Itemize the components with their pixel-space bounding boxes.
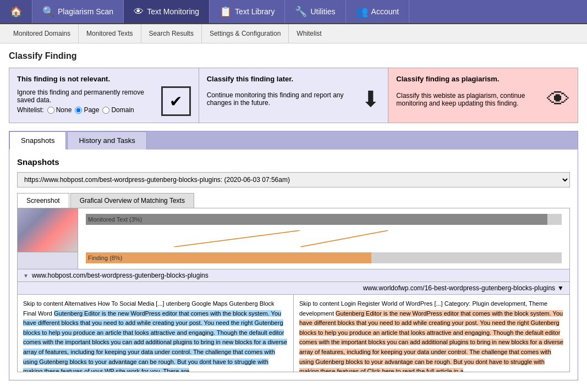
nav-text-library[interactable]: 📋 Text Library — [210, 0, 285, 23]
screenshot-thumb-image — [18, 208, 78, 252]
domain1-url[interactable]: www.hobpost.com/best-wordpress-gutenberg… — [32, 272, 209, 279]
tabs-header: Snapshots History and Tasks — [9, 131, 578, 150]
card3-text: Classify this webiste as plagiarism, con… — [396, 92, 542, 107]
checkmark-icon: ✔ — [161, 86, 191, 116]
nav-account-label: Account — [371, 7, 399, 16]
snapshots-title: Snapshots — [17, 157, 570, 167]
library-icon: 📋 — [220, 5, 232, 18]
bar-monitored-outer: Monitored Text (3%) — [86, 214, 562, 225]
tools-icon: 🔧 — [295, 5, 307, 18]
text-compare: Skip to content Alternatives How To Soci… — [17, 295, 570, 372]
whitelist-page-radio[interactable] — [75, 107, 82, 114]
domain2-dropdown-icon[interactable]: ▼ — [557, 284, 564, 292]
whitelist-domain-label[interactable]: Domain — [102, 106, 134, 114]
domain-row-1: ▼ www.hobpost.com/best-wordpress-gutenbe… — [17, 269, 570, 282]
nav-text-monitoring[interactable]: 👁 Text Monitoring — [124, 0, 210, 23]
card2-body: Continue monitoring this finding and rep… — [207, 86, 381, 112]
arrow-down-icon: ⬇ — [361, 86, 380, 112]
nav-account[interactable]: 👥 Account — [346, 0, 410, 23]
bar-monitored-inner: Monitored Text (3%) — [86, 214, 547, 225]
nav-text-library-label: Text Library — [235, 7, 275, 16]
second-nav: Monitored Domains Monitored Texts Search… — [0, 24, 587, 43]
nav-monitored-domains[interactable]: Monitored Domains — [6, 24, 79, 43]
card1-body: Ignore this finding and permanently remo… — [17, 86, 191, 116]
card3-body: Classify this webiste as plagiarism, con… — [396, 86, 570, 113]
classify-card-not-relevant[interactable]: This finding is not relevant. Ignore thi… — [9, 68, 199, 123]
card1-title: This finding is not relevant. — [17, 75, 191, 83]
whitelist-label: Whitelist: — [17, 106, 44, 114]
connector-svg — [86, 230, 562, 247]
whitelist-domain-radio[interactable] — [102, 107, 109, 114]
tab-history-tasks[interactable]: History and Tasks — [67, 131, 146, 150]
inner-tab-screenshot[interactable]: Screenshot — [17, 193, 69, 208]
tabs-container: Snapshots History and Tasks Snapshots ht… — [9, 131, 578, 380]
domain2-url[interactable]: www.worldofwp.com/16-best-wordpress-gute… — [363, 284, 555, 292]
tab-snapshots[interactable]: Snapshots — [9, 131, 66, 150]
whitelist-row: Whitelist: None Page Domain — [17, 106, 157, 114]
whitelist-none-label[interactable]: None — [47, 106, 72, 114]
card2-text: Continue monitoring this finding and rep… — [207, 91, 358, 107]
search-icon: 🔍 — [42, 5, 54, 18]
nav-home[interactable]: 🏠 — [0, 0, 32, 23]
classify-card-plagiarism[interactable]: Classify finding as plagiarism. Classify… — [388, 68, 578, 123]
account-icon: 👥 — [356, 5, 368, 18]
card2-title: Classify this finding later. — [207, 75, 381, 83]
home-icon: 🏠 — [10, 5, 22, 18]
classify-cards: This finding is not relevant. Ignore thi… — [9, 68, 578, 123]
text-col-right: Skip to content Login Register World of … — [294, 295, 569, 372]
bar-finding-outer: Finding (8%) — [86, 252, 562, 263]
screenshot-area: Monitored Text (3%) Finding (8%) — [17, 208, 570, 269]
highlight-right: Gutenberg Editor is the new WordPress ed… — [299, 310, 563, 372]
nav-whitelist[interactable]: Whitelist — [289, 24, 329, 43]
svg-line-0 — [174, 230, 300, 247]
bar-finding: Finding (8%) — [86, 252, 562, 263]
nav-settings-configuration[interactable]: Settings & Configuration — [202, 24, 289, 43]
nav-utilities[interactable]: 🔧 Utilities — [285, 0, 345, 23]
highlight-left: Gutenberg Editor is the new WordPress ed… — [23, 310, 287, 372]
nav-plagiarism-scan[interactable]: 🔍 Plagiarism Scan — [32, 0, 124, 23]
nav-search-results[interactable]: Search Results — [141, 24, 202, 43]
top-nav: 🏠 🔍 Plagiarism Scan 👁 Text Monitoring 📋 … — [0, 0, 587, 24]
main-content: Classify Finding This finding is not rel… — [0, 43, 587, 388]
domain1-arrow: ▼ — [23, 273, 29, 279]
bar-finding-inner: Finding (8%) — [86, 252, 371, 263]
svg-line-1 — [300, 230, 388, 247]
classify-title: Classify Finding — [9, 51, 578, 61]
whitelist-none-radio[interactable] — [47, 107, 54, 114]
whitelist-page-label[interactable]: Page — [75, 106, 99, 114]
domain-row-2: www.worldofwp.com/16-best-wordpress-gute… — [17, 282, 570, 295]
nav-monitored-texts[interactable]: Monitored Texts — [79, 24, 141, 43]
screenshot-thumbnail — [18, 208, 78, 269]
snapshot-select[interactable]: https://www.hobpost.com/best-wordpress-g… — [17, 172, 570, 187]
text-col-left: Skip to content Alternatives How To Soci… — [18, 295, 294, 372]
nav-plagiarism-scan-label: Plagiarism Scan — [58, 7, 113, 16]
nav-text-monitoring-label: Text Monitoring — [147, 7, 199, 16]
eye-icon: 👁 — [547, 86, 570, 113]
inner-tab-grafical[interactable]: Grafical Overview of Matching Texts — [70, 193, 194, 208]
inner-tabs: Screenshot Grafical Overview of Matching… — [17, 193, 570, 208]
classify-card-later[interactable]: Classify this finding later. Continue mo… — [199, 68, 389, 123]
card1-text: Ignore this finding and permanently remo… — [17, 89, 157, 104]
nav-utilities-label: Utilities — [310, 7, 335, 16]
tab-snapshots-content: Snapshots https://www.hobpost.com/best-w… — [9, 150, 578, 380]
eye-nav-icon: 👁 — [134, 6, 144, 18]
bar-monitored-text: Monitored Text (3%) — [86, 214, 562, 225]
matching-chart: Monitored Text (3%) Finding (8%) — [78, 208, 569, 269]
card3-title: Classify finding as plagiarism. — [396, 75, 570, 83]
